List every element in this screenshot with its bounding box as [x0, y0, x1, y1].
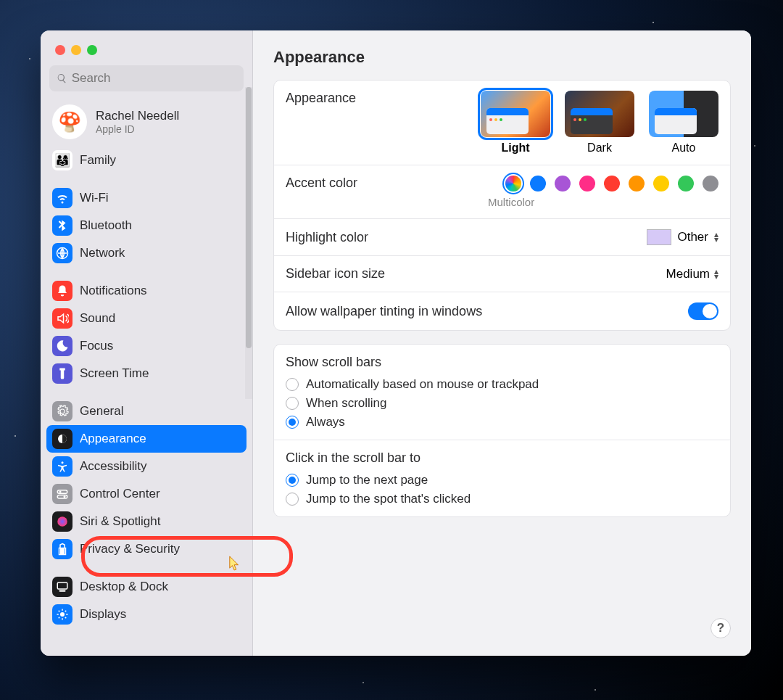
click-option-0[interactable]: Jump to the next page [286, 473, 471, 487]
accent-hint: Multicolor [488, 196, 534, 208]
accent-swatch-0[interactable] [505, 176, 521, 192]
svg-rect-2 [57, 490, 67, 494]
sidebar-item-siri-spotlight[interactable]: Siri & Spotlight [46, 508, 246, 535]
sidebar-item-wi-fi[interactable]: Wi-Fi [46, 184, 246, 212]
apple-id-row[interactable]: 🍄 Rachel Needell Apple ID [41, 100, 252, 147]
window-controls [41, 42, 252, 65]
svg-point-3 [59, 491, 62, 493]
sidebar-item-screen-time[interactable]: Screen Time [46, 360, 246, 387]
sidebar-size-row: Sidebar icon size Medium ▴▾ [274, 256, 730, 292]
sidebar-item-label: Screen Time [80, 366, 149, 381]
sidebar-item-label: Desktop & Dock [80, 580, 168, 594]
appearance-panel: Appearance Light Dark Auto [273, 80, 731, 331]
user-name: Rachel Needell [96, 109, 179, 123]
sidebar-item-control-center[interactable]: Control Center [46, 480, 246, 508]
sidebar-item-focus[interactable]: Focus [46, 332, 246, 360]
wi-fi-icon [52, 188, 72, 208]
svg-rect-8 [59, 590, 66, 592]
scroll-option-1[interactable]: When scrolling [286, 396, 539, 411]
highlight-select[interactable]: Other ▴▾ [647, 229, 718, 245]
search-icon [57, 73, 67, 84]
sidebar-item-network[interactable]: Network [46, 239, 246, 267]
sidebar-size-select[interactable]: Medium ▴▾ [666, 267, 718, 281]
accent-swatch-5[interactable] [629, 176, 645, 192]
scroll-bars-row: Show scroll bars Automatically based on … [274, 345, 730, 440]
user-sub: Apple ID [96, 123, 179, 135]
control-center-icon [52, 484, 72, 504]
privacy-security-icon [52, 539, 72, 559]
sidebar-item-label: Family [80, 153, 116, 168]
sidebar-item-general[interactable]: General [46, 398, 246, 425]
tinting-toggle[interactable] [688, 302, 718, 320]
search-input[interactable] [72, 71, 236, 86]
search-field[interactable] [49, 65, 244, 91]
click-scroll-row: Click in the scroll bar to Jump to the n… [274, 440, 730, 516]
sidebar-item-label: Privacy & Security [80, 542, 180, 556]
scroll-bars-title: Show scroll bars [286, 355, 381, 370]
scroll-option-0[interactable]: Automatically based on mouse or trackpad [286, 377, 539, 392]
sidebar-item-desktop-dock[interactable]: Desktop & Dock [46, 573, 246, 601]
accent-swatch-4[interactable] [604, 176, 620, 192]
radio-icon [286, 416, 299, 429]
sidebar-item-notifications[interactable]: Notifications [46, 277, 246, 305]
svg-rect-7 [57, 582, 67, 589]
avatar: 🍄 [52, 104, 87, 139]
accent-swatch-3[interactable] [579, 176, 595, 192]
sidebar-item-label: Network [80, 246, 125, 260]
displays-icon [52, 604, 72, 625]
sidebar: 🍄 Rachel Needell Apple ID 👨‍👩‍👧 Family W… [41, 30, 253, 656]
tinting-row: Allow wallpaper tinting in windows [274, 292, 730, 330]
svg-point-1 [62, 461, 64, 464]
minimize-button[interactable] [71, 45, 81, 55]
focus-icon [52, 336, 72, 356]
stepper-icon: ▴▾ [714, 232, 718, 242]
appearance-icon [52, 429, 72, 449]
theme-light[interactable]: Light [481, 91, 550, 155]
click-scroll-title: Click in the scroll bar to [286, 450, 420, 466]
theme-row: Appearance Light Dark Auto [274, 81, 730, 165]
sidebar-item-privacy-security[interactable]: Privacy & Security [46, 535, 246, 563]
sidebar-item-label: General [80, 404, 123, 419]
sidebar-item-appearance[interactable]: Appearance [46, 425, 246, 453]
scroll-panel: Show scroll bars Automatically based on … [273, 344, 731, 517]
highlight-row: Highlight color Other ▴▾ [274, 219, 730, 256]
sidebar-item-displays[interactable]: Displays [46, 601, 246, 628]
sidebar-item-label: Wi-Fi [80, 191, 109, 205]
scroll-label: Always [306, 415, 345, 429]
sidebar-item-bluetooth[interactable]: Bluetooth [46, 212, 246, 239]
svg-point-9 [60, 612, 65, 617]
accent-row: Accent color Multicolor [274, 165, 730, 219]
radio-icon [286, 378, 299, 391]
accent-swatch-6[interactable] [653, 176, 669, 192]
sidebar-item-family[interactable]: 👨‍👩‍👧 Family [46, 147, 246, 174]
click-option-1[interactable]: Jump to the spot that's clicked [286, 492, 471, 506]
svg-rect-4 [57, 495, 67, 499]
accent-swatch-2[interactable] [555, 176, 571, 192]
theme-auto[interactable]: Auto [649, 91, 718, 155]
click-label: Jump to the next page [306, 473, 428, 487]
sidebar-item-label: Bluetooth [80, 218, 132, 233]
highlight-swatch [647, 229, 671, 245]
theme-dark[interactable]: Dark [565, 91, 634, 155]
radio-icon [286, 493, 299, 506]
svg-point-5 [64, 495, 66, 498]
sidebar-scroll-thumb[interactable] [246, 87, 252, 348]
sidebar-item-label: Focus [80, 339, 113, 353]
sidebar-item-accessibility[interactable]: Accessibility [46, 453, 246, 480]
accent-swatch-1[interactable] [530, 176, 546, 192]
accent-swatch-7[interactable] [678, 176, 694, 192]
sidebar-item-label: Accessibility [80, 459, 147, 474]
highlight-label: Highlight color [286, 230, 368, 245]
sidebar-item-sound[interactable]: Sound [46, 305, 246, 332]
screen-time-icon [52, 363, 72, 384]
close-button[interactable] [55, 45, 65, 55]
sidebar-item-label: Displays [80, 607, 126, 622]
main-content: Appearance Appearance Light Dark Auto [253, 30, 751, 656]
help-button[interactable]: ? [710, 618, 731, 638]
accent-swatch-8[interactable] [703, 176, 718, 192]
sound-icon [52, 308, 72, 329]
zoom-button[interactable] [87, 45, 97, 55]
scroll-option-2[interactable]: Always [286, 415, 539, 429]
theme-dark-label: Dark [587, 141, 612, 155]
radio-icon [286, 397, 299, 410]
